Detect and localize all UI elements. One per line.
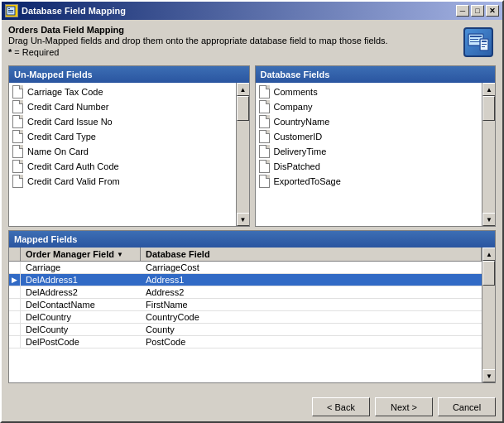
mapped-scroll-track [482,261,495,369]
unmapped-scrollbar[interactable]: ▲ ▼ [236,83,249,226]
maximize-button[interactable]: □ [471,5,484,17]
back-button[interactable]: < Back [312,397,370,416]
database-list-item[interactable]: Company [256,99,482,114]
row-indicator [9,262,21,273]
doc-icon [259,115,271,128]
mapped-scroll-down-btn[interactable]: ▼ [482,369,495,382]
scroll-thumb[interactable] [237,96,249,121]
svg-rect-2 [8,10,13,11]
doc-icon [12,145,24,158]
table-cell-col1: DelPostCode [21,336,141,348]
doc-icon [259,145,271,158]
table-cell-col2: PostCode [141,336,482,348]
close-button[interactable]: ✕ [486,5,499,17]
database-panel: Database Fields CommentsCompanyCountryNa… [255,65,497,227]
field-panels-row: Un-Mapped Fields Carriage Tax CodeCredit… [8,65,496,227]
row-indicator [9,324,21,335]
doc-icon [12,160,24,173]
svg-rect-5 [470,36,482,37]
table-cell-col2: CarriageCost [141,262,482,273]
header-section: Orders Data Field Mapping Drag Un-Mapped… [8,25,496,60]
table-row[interactable]: Carriage CarriageCost [9,262,482,274]
row-indicator [9,299,21,310]
table-header: Order Manager Field ▼ Database Field [9,248,482,262]
unmapped-list-item[interactable]: Credit Card Valid From [9,174,236,189]
unmapped-list-item[interactable]: Carriage Tax Code [9,84,236,99]
unmapped-list[interactable]: Carriage Tax CodeCredit Card NumberCredi… [9,83,236,226]
mapped-panel-header: Mapped Fields [9,231,495,248]
unmapped-list-item[interactable]: Credit Card Type [9,129,236,144]
unmapped-list-item[interactable]: Credit Card Number [9,99,236,114]
scroll-up-btn[interactable]: ▲ [237,83,249,96]
table-cell-col2: Address1 [141,274,482,286]
title-bar: Database Field Mapping ─ □ ✕ [2,2,502,20]
header-text-block: Orders Data Field Mapping Drag Un-Mapped… [8,25,388,60]
table-cell-col1: Carriage [21,262,141,273]
footer: < Back Next > Cancel [2,392,502,421]
table-row[interactable]: DelCountry CountryCode [9,311,482,324]
svg-rect-6 [470,39,478,40]
database-panel-body: CommentsCompanyCountryNameCustomerIDDeli… [256,83,496,226]
row-indicator [9,336,21,348]
scroll-down-btn[interactable]: ▼ [237,213,249,226]
doc-icon [259,100,271,113]
table-row[interactable]: DelContactName FirstName [9,299,482,311]
title-bar-text: Database Field Mapping [22,6,456,16]
app-icon-inner [463,27,493,57]
minimize-button[interactable]: ─ [456,5,469,17]
mapped-scrollbar[interactable]: ▲ ▼ [482,248,495,382]
table-row[interactable]: DelCounty County [9,324,482,336]
db-scroll-thumb[interactable] [482,96,495,121]
section-title: Orders Data Field Mapping [8,25,388,35]
database-list-item[interactable]: ExportedToSage [256,174,482,189]
row-indicator [9,311,21,323]
table-cell-col2: County [141,324,482,335]
svg-rect-11 [482,46,485,47]
row-indicator: ▶ [9,274,21,286]
database-list-item[interactable]: DeliveryTime [256,144,482,159]
mapped-table: Order Manager Field ▼ Database Field Car… [9,248,482,382]
table-cell-col1: DelAddress1 [21,274,141,286]
col1-header: Order Manager Field ▼ [21,248,141,261]
database-list-item[interactable]: Comments [256,84,482,99]
title-bar-buttons: ─ □ ✕ [456,5,499,17]
table-row[interactable]: ▶ DelAddress1 Address1 [9,274,482,286]
table-cell-col1: DelContactName [21,299,141,310]
unmapped-list-item[interactable]: Name On Card [9,144,236,159]
doc-icon [259,130,271,143]
app-icon [461,25,496,60]
database-scrollbar[interactable]: ▲ ▼ [482,83,495,226]
doc-icon [12,115,24,128]
table-cell-col2: CountryCode [141,311,482,323]
db-scroll-up-btn[interactable]: ▲ [482,83,495,96]
required-text: = Required [14,47,59,57]
doc-icon [259,160,271,173]
unmapped-list-item[interactable]: Credit Card Auth Code [9,159,236,174]
next-button[interactable]: Next > [375,397,433,416]
unmapped-list-item[interactable]: Credit Card Issue No [9,114,236,129]
row-indicator [9,286,21,298]
table-cell-col2: FirstName [141,299,482,310]
database-list-item[interactable]: CountryName [256,114,482,129]
unmapped-panel-body: Carriage Tax CodeCredit Card NumberCredi… [9,83,249,226]
cancel-button[interactable]: Cancel [438,397,496,416]
database-list-item[interactable]: CustomerID [256,129,482,144]
table-row[interactable]: DelPostCode PostCode [9,336,482,348]
content-area: Orders Data Field Mapping Drag Un-Mapped… [2,20,502,392]
section-description: Drag Un-Mapped fields and drop them onto… [8,36,388,46]
sort-icon: ▼ [117,251,123,258]
database-list-item[interactable]: DisPatched [256,159,482,174]
doc-icon [12,100,24,113]
db-scroll-track [482,96,495,213]
mapped-scroll-thumb[interactable] [482,261,495,286]
database-list[interactable]: CommentsCompanyCountryNameCustomerIDDeli… [256,83,482,226]
table-row[interactable]: DelAddress2 Address2 [9,286,482,299]
main-window: Database Field Mapping ─ □ ✕ Orders Data… [0,0,504,423]
table-cell-col1: DelCountry [21,311,141,323]
mapped-rows-container: Carriage CarriageCost ▶ DelAddress1 Addr… [9,262,482,348]
db-scroll-down-btn[interactable]: ▼ [482,213,495,226]
mapped-scroll-up-btn[interactable]: ▲ [482,248,495,261]
svg-rect-9 [482,41,487,42]
unmapped-panel: Un-Mapped Fields Carriage Tax CodeCredit… [8,65,250,227]
doc-icon [259,85,271,99]
